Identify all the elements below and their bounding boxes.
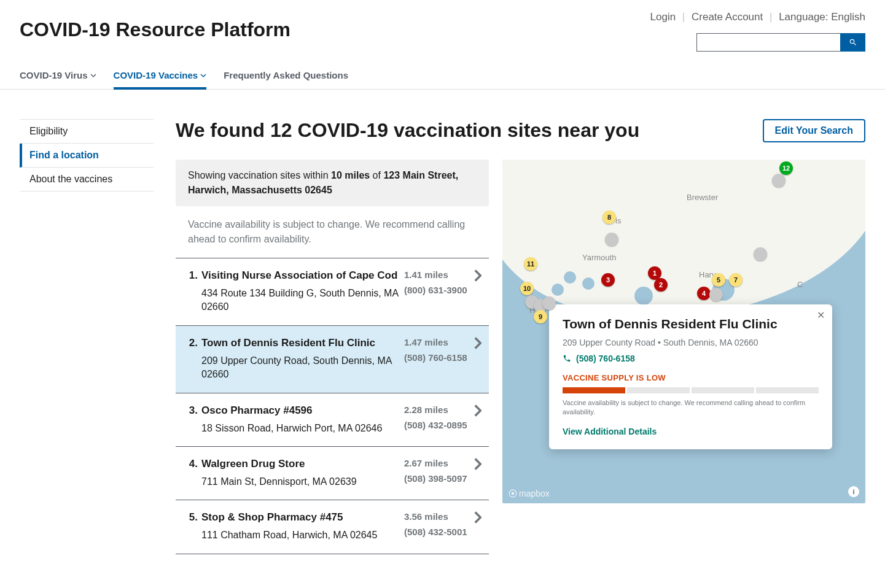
phone-icon	[563, 354, 571, 363]
supply-segment	[563, 387, 625, 393]
info-radius: 10 miles	[331, 170, 370, 180]
site-phone: (508) 432-0895	[404, 420, 472, 430]
disclaimer: Vaccine availability is subject to chang…	[176, 206, 489, 258]
supply-label: VACCINE SUPPLY IS LOW	[563, 373, 819, 382]
site-num: 5.	[183, 511, 198, 524]
map-label: C	[797, 280, 803, 289]
map-label: Brewster	[687, 193, 718, 202]
nav-item[interactable]: Frequently Asked Questions	[224, 70, 348, 80]
map-pin[interactable]: 5	[712, 273, 725, 287]
search-icon	[849, 38, 857, 47]
list-item[interactable]: 2. Town of Dennis Resident Flu Clinic 20…	[176, 326, 489, 393]
site-name: Visiting Nurse Association of Cape Cod	[201, 269, 399, 282]
site-distance: 3.56 miles	[404, 511, 472, 522]
supply-segment	[692, 387, 754, 393]
site-name: Stop & Shop Pharmacy #475	[201, 511, 399, 524]
map-pin[interactable]: 4	[697, 287, 711, 300]
popup-details-link[interactable]: View Additional Details	[563, 427, 657, 436]
map-pin[interactable]: 12	[779, 161, 793, 175]
map-pin[interactable]: 3	[601, 273, 615, 287]
supply-segment	[627, 387, 690, 393]
site-addr: 711 Main St, Dennisport, MA 02639	[201, 475, 399, 489]
site-phone: (800) 631-3900	[404, 285, 472, 295]
top-bar: COVID-19 Resource Platform Login | Creat…	[0, 0, 885, 52]
chevron-right-icon	[474, 404, 481, 417]
sidenav-item[interactable]: About the vaccines	[20, 168, 154, 191]
mapbox-icon	[509, 489, 517, 498]
chevron-right-icon	[474, 511, 481, 524]
site-num: 2.	[183, 337, 198, 349]
map-pin[interactable]	[772, 174, 786, 187]
map-pin[interactable]: 10	[520, 282, 534, 295]
site-addr: 18 Sisson Road, Harwich Port, MA 02646	[201, 422, 399, 435]
site-phone: (508) 760-6158	[404, 352, 472, 363]
site-phone: (508) 398-5097	[404, 473, 472, 484]
site-phone: (508) 432-5001	[404, 527, 472, 537]
chevron-down-icon	[90, 72, 96, 79]
language-link[interactable]: Language: English	[779, 11, 865, 23]
site-num: 1.	[183, 269, 198, 282]
results-column: Showing vaccination sites within 10 mile…	[176, 160, 489, 554]
site-list: 1. Visiting Nurse Association of Cape Co…	[176, 258, 489, 554]
info-of: of	[370, 170, 383, 180]
supply-segment	[756, 387, 819, 393]
map-land	[502, 160, 865, 319]
map-label: Yarmouth	[582, 253, 616, 262]
chevron-right-icon	[474, 269, 481, 282]
site-distance: 1.41 miles	[404, 269, 472, 280]
nav-item[interactable]: COVID-19 Virus	[20, 70, 96, 80]
list-item[interactable]: 5. Stop & Shop Pharmacy #475 111 Chatham…	[176, 500, 489, 554]
nav-item[interactable]: COVID-19 Vaccines	[114, 70, 207, 80]
content: EligibilityFind a locationAbout the vacc…	[0, 90, 885, 574]
popup-address: 209 Upper County Road • South Dennis, MA…	[563, 338, 819, 347]
map-pin[interactable]	[754, 247, 767, 261]
map-pin[interactable]	[542, 296, 556, 310]
edit-search-button[interactable]: Edit Your Search	[763, 119, 865, 142]
popup-title: Town of Dennis Resident Flu Clinic	[563, 317, 819, 331]
map-pin[interactable]	[709, 288, 723, 301]
map-pin[interactable]: 9	[534, 310, 547, 323]
chevron-down-icon	[200, 72, 206, 79]
site-distance: 1.47 miles	[404, 337, 472, 347]
brand: COVID-19 Resource Platform	[20, 18, 290, 41]
site-name: Town of Dennis Resident Flu Clinic	[201, 337, 399, 349]
site-name: Osco Pharmacy #4596	[201, 404, 399, 417]
map-info-icon[interactable]: i	[848, 486, 859, 497]
sidenav-item[interactable]: Eligibility	[20, 120, 154, 143]
sidenav-item[interactable]: Find a location	[22, 144, 154, 167]
map-pin[interactable]: 2	[654, 278, 668, 292]
map-pin[interactable]: 8	[602, 211, 616, 224]
close-icon[interactable]: ✕	[817, 309, 825, 321]
create-account-link[interactable]: Create Account	[692, 11, 763, 23]
list-item[interactable]: 1. Visiting Nurse Association of Cape Co…	[176, 258, 489, 326]
util-links: Login | Create Account | Language: Engli…	[650, 11, 865, 23]
map-popup: ✕ Town of Dennis Resident Flu Clinic 209…	[549, 304, 832, 449]
sidenav: EligibilityFind a locationAbout the vacc…	[20, 119, 154, 554]
site-distance: 2.67 miles	[404, 458, 472, 468]
login-link[interactable]: Login	[650, 11, 676, 23]
map-pin[interactable]: 11	[524, 257, 537, 271]
info-prefix: Showing vaccination sites within	[188, 170, 331, 180]
list-item[interactable]: 4. Walgreen Drug Store 711 Main St, Denn…	[176, 447, 489, 500]
map-column: mapbox i ✕ Town of Dennis Resident Flu C…	[502, 160, 865, 554]
map-pin[interactable]	[605, 233, 618, 246]
search-button[interactable]	[840, 33, 865, 52]
list-item[interactable]: 3. Osco Pharmacy #4596 18 Sisson Road, H…	[176, 393, 489, 447]
svg-point-1	[512, 492, 515, 495]
util-sep: |	[682, 11, 685, 23]
site-addr: 209 Upper County Road, South Dennis, MA …	[201, 354, 399, 382]
search-input[interactable]	[696, 33, 840, 52]
popup-phone[interactable]: (508) 760-6158	[563, 354, 819, 363]
map-pin[interactable]: 7	[729, 273, 743, 287]
search	[696, 33, 865, 52]
main-nav: COVID-19 VirusCOVID-19 VaccinesFrequentl…	[0, 61, 885, 90]
site-addr: 111 Chatham Road, Harwich, MA 02645	[201, 528, 399, 542]
map[interactable]: mapbox i ✕ Town of Dennis Resident Flu C…	[502, 160, 865, 503]
util-sep: |	[770, 11, 772, 23]
site-addr: 434 Route 134 Building G, South Dennis, …	[201, 287, 399, 314]
search-summary: Showing vaccination sites within 10 mile…	[176, 160, 489, 206]
mapbox-logo: mapbox	[509, 489, 550, 498]
supply-bar	[563, 387, 819, 393]
site-name: Walgreen Drug Store	[201, 458, 399, 470]
header-right: Login | Create Account | Language: Engli…	[650, 11, 865, 52]
